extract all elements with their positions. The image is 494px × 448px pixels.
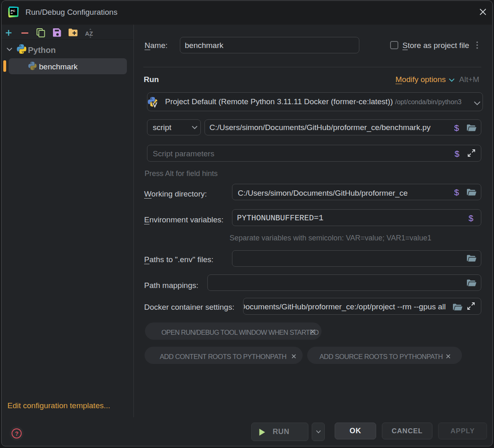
svg-text:PC: PC (11, 9, 15, 13)
svg-text:?: ? (15, 430, 18, 437)
svg-text:AZ: AZ (85, 30, 93, 37)
